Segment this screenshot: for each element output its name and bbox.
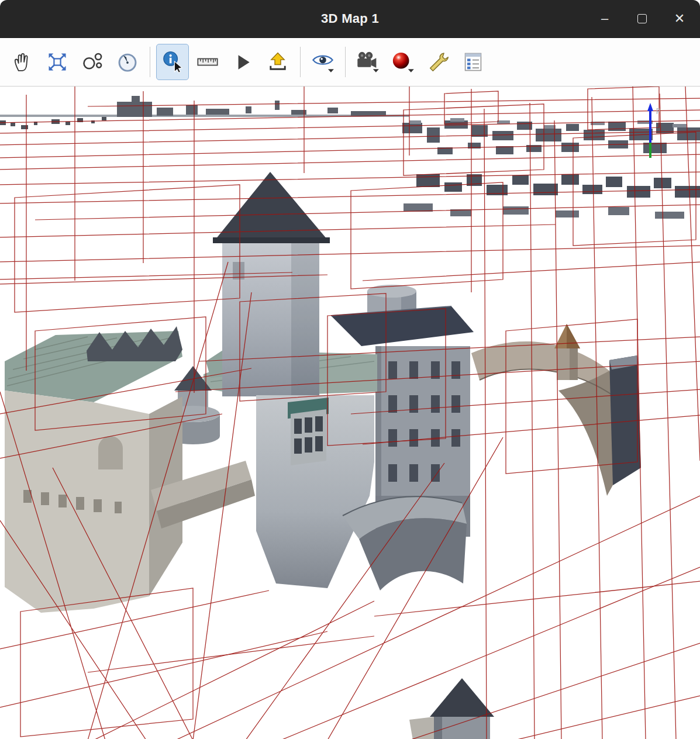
- visibility-tool-button[interactable]: [306, 44, 339, 80]
- maximize-icon: [637, 14, 647, 23]
- chevron-down-icon: [408, 69, 414, 72]
- movie-camera-icon: [356, 50, 380, 74]
- compass-icon: [116, 51, 139, 73]
- chevron-down-icon: [328, 69, 334, 72]
- toolbar-separator: [345, 47, 346, 77]
- zoom-extents-tool-button[interactable]: [41, 44, 74, 80]
- four-arrows-icon: [46, 51, 68, 73]
- hand-icon: [12, 51, 33, 72]
- window-controls: – ✕: [595, 0, 689, 37]
- play-tool-button[interactable]: [226, 44, 259, 80]
- compass-tool-button[interactable]: [111, 44, 144, 80]
- chevron-down-icon: [373, 69, 379, 72]
- close-button[interactable]: ✕: [670, 9, 689, 29]
- up-arrow-icon: [266, 51, 289, 73]
- report-table-icon: [462, 51, 484, 73]
- info-cursor-icon: [161, 51, 184, 73]
- 3d-scene[interactable]: p: [0, 87, 700, 739]
- identify-tool-button[interactable]: [156, 44, 189, 80]
- export-tool-button[interactable]: [261, 44, 294, 80]
- axis-label: p: [656, 105, 660, 114]
- circles-icon: [81, 51, 104, 73]
- minimize-button[interactable]: –: [595, 9, 615, 29]
- toolbar-separator: [150, 47, 150, 77]
- measure-tool-button[interactable]: [191, 44, 224, 80]
- castle-model: [5, 172, 641, 739]
- play-icon: [232, 51, 253, 72]
- toolbar: [0, 38, 700, 87]
- 3d-viewport[interactable]: p: [0, 87, 700, 739]
- eye-icon: [311, 50, 335, 74]
- background-city: [0, 96, 700, 219]
- pan-tool-button[interactable]: [6, 44, 39, 80]
- ruler-icon: [196, 51, 219, 73]
- wrench-icon: [426, 50, 450, 74]
- circle-select-tool-button[interactable]: [76, 44, 109, 80]
- maximize-button[interactable]: [632, 9, 652, 29]
- report-tool-button[interactable]: [457, 44, 489, 80]
- 3d-map-window: 3D Map 1 – ✕: [0, 0, 700, 739]
- toolbar-separator: [300, 47, 301, 77]
- settings-tool-button[interactable]: [422, 44, 454, 80]
- camera-tool-button[interactable]: [351, 44, 384, 80]
- title-bar: 3D Map 1 – ✕: [0, 0, 700, 38]
- red-sphere-icon: [391, 50, 415, 74]
- sphere-tool-button[interactable]: [387, 44, 419, 80]
- window-title: 3D Map 1: [321, 11, 379, 26]
